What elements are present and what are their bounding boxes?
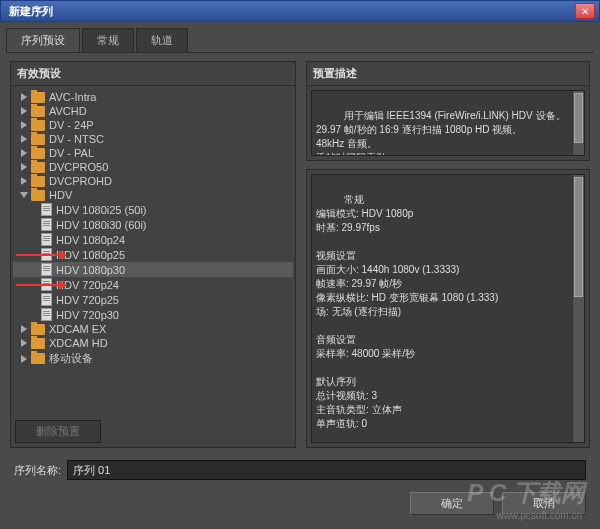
- tree-folder[interactable]: DV - PAL: [13, 146, 293, 160]
- tree-folder[interactable]: AVC-Intra: [13, 90, 293, 104]
- disclosure-icon[interactable]: [21, 107, 27, 115]
- tree-folder[interactable]: DV - NTSC: [13, 132, 293, 146]
- annotation-arrow: [16, 254, 66, 256]
- tree-item-label: XDCAM EX: [49, 323, 106, 335]
- tree-folder[interactable]: XDCAM EX: [13, 322, 293, 336]
- folder-icon: [31, 120, 45, 131]
- disclosure-icon[interactable]: [21, 121, 27, 129]
- content-area: 有效预设 AVC-IntraAVCHDDV - 24PDV - NTSCDV -…: [6, 53, 594, 456]
- tree-file[interactable]: HDV 720p25: [13, 292, 293, 307]
- tree-folder[interactable]: DVCPRO50: [13, 160, 293, 174]
- sequence-name-input[interactable]: [67, 460, 586, 480]
- tree-folder[interactable]: 移动设备: [13, 350, 293, 367]
- tree-item-label: AVC-Intra: [49, 91, 96, 103]
- folder-icon: [31, 190, 45, 201]
- preset-file-icon: [41, 233, 52, 246]
- tree-file[interactable]: HDV 1080p24: [13, 232, 293, 247]
- disclosure-icon[interactable]: [21, 149, 27, 157]
- tree-item-label: HDV 1080p24: [56, 234, 125, 246]
- tree-file[interactable]: HDV 720p30: [13, 307, 293, 322]
- tree-folder[interactable]: DV - 24P: [13, 118, 293, 132]
- tree-folder[interactable]: HDV: [13, 188, 293, 202]
- description-top-box: 预置描述 用于编辑 IEEE1394 (FireWire/i.LINK) HDV…: [306, 61, 590, 161]
- tree-file[interactable]: HDV 1080p30: [13, 262, 293, 277]
- tree-item-label: HDV: [49, 189, 72, 201]
- close-button[interactable]: ✕: [575, 3, 595, 19]
- delete-preset-button[interactable]: 删除预置: [15, 420, 101, 443]
- disclosure-icon[interactable]: [21, 325, 27, 333]
- disclosure-icon[interactable]: [21, 177, 27, 185]
- description-summary: 用于编辑 IEEE1394 (FireWire/i.LINK) HDV 设备。 …: [311, 90, 585, 156]
- tree-item-label: HDV 720p30: [56, 309, 119, 321]
- tree-file[interactable]: HDV 1080i30 (60i): [13, 217, 293, 232]
- tree-folder[interactable]: DVCPROHD: [13, 174, 293, 188]
- disclosure-icon[interactable]: [21, 93, 27, 101]
- tree-item-label: DV - 24P: [49, 119, 94, 131]
- disclosure-icon[interactable]: [21, 339, 27, 347]
- description-panel: 预置描述 用于编辑 IEEE1394 (FireWire/i.LINK) HDV…: [306, 61, 590, 448]
- folder-icon: [31, 106, 45, 117]
- sequence-name-label: 序列名称:: [14, 463, 61, 478]
- window-title: 新建序列: [5, 4, 53, 19]
- folder-icon: [31, 92, 45, 103]
- folder-icon: [31, 338, 45, 349]
- disclosure-icon[interactable]: [21, 163, 27, 171]
- sequence-name-row: 序列名称:: [6, 456, 594, 484]
- tree-item-label: DVCPROHD: [49, 175, 112, 187]
- titlebar: 新建序列 ✕: [0, 0, 600, 22]
- folder-icon: [31, 176, 45, 187]
- preset-file-icon: [41, 218, 52, 231]
- tree-item-label: HDV 1080i30 (60i): [56, 219, 147, 231]
- tree-item-label: DV - NTSC: [49, 133, 104, 145]
- description-details: 常规 编辑模式: HDV 1080p 时基: 29.97fps 视频设置 画面大…: [311, 174, 585, 443]
- tree-item-label: XDCAM HD: [49, 337, 108, 349]
- disclosure-icon[interactable]: [21, 355, 27, 363]
- tree-item-label: DVCPRO50: [49, 161, 108, 173]
- tree-file[interactable]: HDV 1080i25 (50i): [13, 202, 293, 217]
- dialog-body: 序列预设 常规 轨道 有效预设 AVC-IntraAVCHDDV - 24PDV…: [0, 22, 600, 529]
- tree-folder[interactable]: AVCHD: [13, 104, 293, 118]
- preset-panel-title: 有效预设: [11, 62, 295, 86]
- tab-preset[interactable]: 序列预设: [6, 28, 80, 52]
- tab-bar: 序列预设 常规 轨道: [6, 28, 594, 53]
- disclosure-icon[interactable]: [21, 135, 27, 143]
- scrollbar[interactable]: [572, 175, 584, 442]
- annotation-arrow: [16, 284, 66, 286]
- tree-item-label: HDV 1080p30: [56, 264, 125, 276]
- preset-file-icon: [41, 293, 52, 306]
- preset-file-icon: [41, 308, 52, 321]
- tree-item-label: HDV 1080i25 (50i): [56, 204, 147, 216]
- tree-item-label: 移动设备: [49, 351, 93, 366]
- folder-icon: [31, 148, 45, 159]
- disclosure-icon[interactable]: [20, 192, 28, 198]
- description-title: 预置描述: [307, 62, 589, 86]
- preset-file-icon: [41, 263, 52, 276]
- tree-item-label: AVCHD: [49, 105, 87, 117]
- tree-folder[interactable]: XDCAM HD: [13, 336, 293, 350]
- scrollbar[interactable]: [572, 91, 584, 155]
- folder-icon: [31, 353, 45, 364]
- description-bottom-box: 常规 编辑模式: HDV 1080p 时基: 29.97fps 视频设置 画面大…: [306, 169, 590, 448]
- tree-item-label: DV - PAL: [49, 147, 94, 159]
- tab-general[interactable]: 常规: [82, 28, 134, 52]
- ok-button[interactable]: 确定: [410, 492, 494, 515]
- preset-file-icon: [41, 203, 52, 216]
- tree-item-label: HDV 720p25: [56, 294, 119, 306]
- folder-icon: [31, 162, 45, 173]
- preset-tree[interactable]: AVC-IntraAVCHDDV - 24PDV - NTSCDV - PALD…: [11, 86, 295, 416]
- folder-icon: [31, 134, 45, 145]
- tab-tracks[interactable]: 轨道: [136, 28, 188, 52]
- cancel-button[interactable]: 取消: [502, 492, 586, 515]
- button-row: 确定 取消: [6, 484, 594, 523]
- preset-tree-panel: 有效预设 AVC-IntraAVCHDDV - 24PDV - NTSCDV -…: [10, 61, 296, 448]
- folder-icon: [31, 324, 45, 335]
